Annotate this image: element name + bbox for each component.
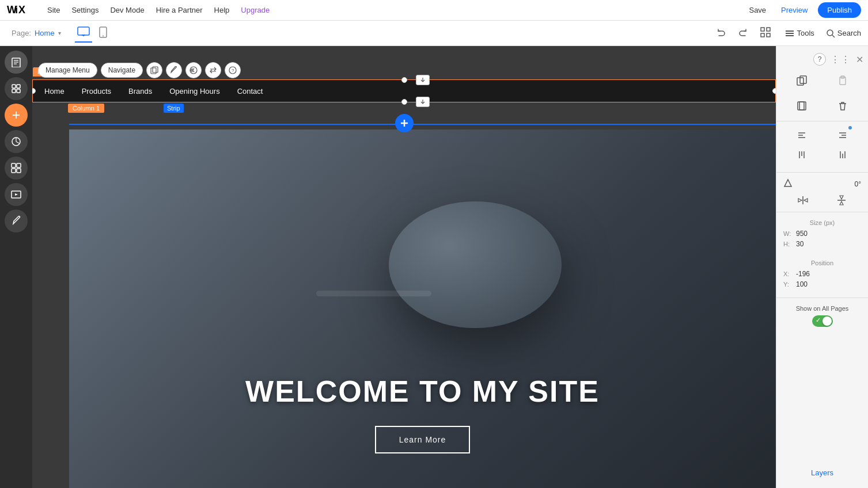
- horizontal-menu-element[interactable]: Horizontal Menu Home Products Brands Ope…: [32, 79, 776, 102]
- wix-logo: W i X: [7, 3, 31, 17]
- svg-rect-12: [786, 30, 794, 32]
- flip-vertical-icon[interactable]: [836, 195, 847, 207]
- menu-toolbar: Manage Menu Navigate ?: [38, 62, 241, 78]
- save-button[interactable]: Save: [744, 3, 771, 17]
- svg-rect-8: [761, 28, 764, 31]
- nav-site[interactable]: Site: [43, 3, 65, 17]
- width-row: W: 950: [783, 230, 861, 238]
- chevron-down-icon: ▾: [58, 30, 61, 36]
- x-row: X: -196: [783, 270, 861, 278]
- navigate-button[interactable]: Navigate: [101, 63, 143, 78]
- align-top-icon[interactable]: [794, 147, 810, 163]
- sidebar-apps-icon[interactable]: [5, 157, 28, 180]
- sidebar-elements-icon[interactable]: [5, 77, 28, 100]
- position-label: Position: [783, 260, 861, 266]
- align-left-icon[interactable]: [794, 127, 810, 143]
- svg-rect-23: [12, 89, 16, 93]
- search-button[interactable]: Search: [826, 29, 861, 38]
- svg-rect-10: [761, 33, 764, 37]
- manage-menu-button[interactable]: Manage Menu: [38, 63, 97, 78]
- panel-size-section: Size (px) W: 950 H: 30: [776, 215, 868, 255]
- copy-icon-btn[interactable]: [146, 62, 162, 78]
- svg-rect-9: [767, 28, 770, 31]
- sidebar-media-icon[interactable]: [5, 183, 28, 206]
- hero-section: WELCOME TO MY SITE Learn More: [69, 129, 776, 488]
- resize-handle-bottom[interactable]: [401, 99, 407, 105]
- preview-button[interactable]: Preview: [776, 3, 812, 17]
- sidebar-blog-icon[interactable]: [5, 209, 28, 232]
- panel-divider-1: [776, 121, 868, 121]
- zoom-fit-button[interactable]: [757, 24, 774, 43]
- resize-handle-top[interactable]: [401, 77, 407, 83]
- top-navbar-right: Save Preview Publish: [744, 2, 861, 18]
- column1-label: Column 1: [68, 104, 104, 113]
- nav-settings[interactable]: Settings: [67, 3, 103, 17]
- panel-close-button[interactable]: ✕: [856, 54, 863, 65]
- angle-value: 0°: [855, 180, 861, 188]
- svg-rect-28: [12, 163, 16, 167]
- nav-help[interactable]: Help: [210, 3, 234, 17]
- sidebar-pages-icon[interactable]: [5, 51, 28, 74]
- panel-align-row-1: [781, 127, 863, 143]
- menu-item-products[interactable]: Products: [82, 87, 111, 96]
- svg-rect-13: [786, 33, 794, 34]
- align-right-icon[interactable]: [835, 127, 851, 143]
- sidebar-add-icon[interactable]: [5, 104, 28, 127]
- panel-copy-icon[interactable]: [793, 97, 811, 115]
- svg-rect-29: [17, 163, 21, 167]
- mobile-icon[interactable]: [97, 24, 109, 43]
- menu-item-home[interactable]: Home: [44, 87, 65, 96]
- menu-item-opening-hours[interactable]: Opening Hours: [169, 87, 219, 96]
- flip-horizontal-icon[interactable]: [798, 195, 808, 207]
- menu-item-contact[interactable]: Contact: [237, 87, 263, 96]
- nav-upgrade[interactable]: Upgrade: [236, 3, 274, 17]
- height-value: 30: [796, 240, 803, 248]
- width-value: 950: [796, 230, 808, 238]
- publish-button[interactable]: Publish: [818, 2, 861, 18]
- tools-button[interactable]: Tools: [780, 26, 818, 40]
- add-section-button[interactable]: [395, 114, 414, 132]
- panel-angle-row: 0°: [776, 175, 868, 193]
- menu-item-brands[interactable]: Brands: [128, 87, 152, 96]
- sidebar-colors-icon[interactable]: [5, 130, 28, 153]
- desktop-icon[interactable]: [75, 24, 92, 43]
- redo-button[interactable]: [736, 25, 751, 42]
- y-row: Y: 100: [783, 280, 861, 288]
- align-bottom-icon[interactable]: [835, 147, 851, 163]
- panel-more-button[interactable]: ⋮⋮: [831, 54, 851, 65]
- nav-dev-mode[interactable]: Dev Mode: [105, 3, 149, 17]
- panel-help-button[interactable]: ?: [813, 53, 826, 66]
- page-selector[interactable]: Page: Home ▾: [7, 26, 66, 40]
- panel-position-section: Position X: -196 Y: 100: [776, 255, 868, 295]
- panel-actions-row-2: [776, 93, 868, 119]
- page-name: Home: [35, 29, 55, 37]
- panel-align-row-2: [781, 147, 863, 163]
- panel-delete-icon[interactable]: [833, 97, 852, 115]
- x-label: X:: [783, 270, 793, 277]
- download-handle-bottom[interactable]: [416, 97, 430, 107]
- height-label: H:: [783, 241, 793, 247]
- swap-icon-btn[interactable]: [205, 62, 221, 78]
- layers-button[interactable]: Layers: [811, 468, 833, 477]
- main-area: Manage Menu Navigate ? Horizontal Menu H…: [0, 46, 868, 488]
- learn-more-button[interactable]: Learn More: [375, 426, 471, 453]
- back-icon-btn[interactable]: [185, 62, 202, 78]
- svg-line-16: [832, 35, 835, 37]
- right-panel-header: ? ⋮⋮ ✕: [776, 51, 868, 68]
- panel-paste-icon: [833, 71, 852, 90]
- svg-rect-17: [12, 58, 20, 67]
- nav-hire-partner[interactable]: Hire a Partner: [151, 3, 207, 17]
- show-all-pages-toggle[interactable]: ✓: [812, 315, 833, 327]
- panel-duplicate-icon[interactable]: [793, 71, 811, 90]
- svg-rect-11: [767, 33, 770, 37]
- edit-icon-btn[interactable]: [166, 62, 182, 78]
- undo-button[interactable]: [714, 25, 729, 42]
- search-label: Search: [837, 29, 861, 37]
- show-on-all-pages-section: Show on All Pages ✓: [776, 300, 868, 331]
- hero-title: WELCOME TO MY SITE: [245, 374, 600, 409]
- download-handle-top[interactable]: [416, 75, 430, 85]
- left-sidebar: [0, 46, 32, 488]
- help-icon-btn[interactable]: ?: [225, 62, 241, 78]
- page-label: Page:: [12, 29, 31, 37]
- resize-handle-right[interactable]: [772, 88, 776, 94]
